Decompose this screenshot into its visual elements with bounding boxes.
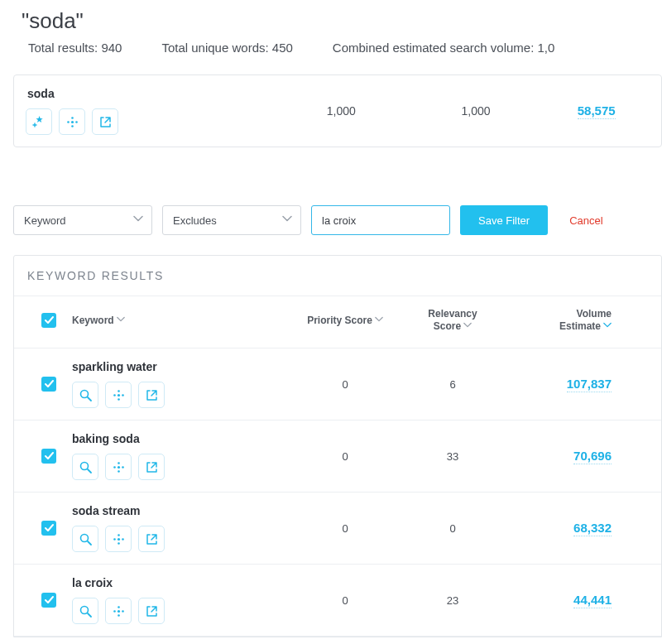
chevron-down-icon: [463, 320, 472, 333]
search-icon[interactable]: [72, 526, 98, 552]
row-priority: 0: [287, 594, 403, 607]
external-link-icon[interactable]: [92, 108, 118, 135]
filter-field-select[interactable]: Keyword: [13, 205, 152, 235]
row-volume[interactable]: 44,441: [573, 593, 612, 608]
row-priority: 0: [287, 522, 403, 535]
external-link-icon[interactable]: [138, 526, 165, 552]
row-checkbox[interactable]: [41, 593, 56, 608]
row-volume[interactable]: 68,332: [573, 521, 612, 536]
expand-dots-icon[interactable]: [105, 382, 132, 408]
row-relevancy: 33: [403, 450, 502, 463]
header-keyword[interactable]: Keyword: [72, 315, 125, 326]
seed-keyword: soda: [27, 87, 274, 100]
page-title: "soda": [22, 8, 662, 34]
filter-value-input[interactable]: [311, 205, 450, 235]
table-row: soda stream0068,332: [14, 493, 661, 565]
row-keyword: sparkling water: [72, 360, 287, 373]
chevron-down-icon: [375, 315, 383, 326]
select-all-checkbox[interactable]: [41, 313, 56, 328]
row-keyword: la croix: [72, 576, 287, 589]
row-volume[interactable]: 107,837: [567, 377, 612, 392]
seed-volume[interactable]: 58,575: [578, 103, 616, 119]
search-icon[interactable]: [72, 454, 98, 480]
external-link-icon[interactable]: [138, 454, 165, 480]
summary-row: Total results: 940 Total unique words: 4…: [28, 41, 662, 55]
row-priority: 0: [287, 450, 403, 463]
row-keyword: baking soda: [72, 432, 287, 445]
row-checkbox[interactable]: [41, 449, 56, 464]
chevron-down-icon: [117, 315, 125, 326]
row-volume[interactable]: 70,696: [573, 449, 612, 464]
seed-col-2: 1,000: [443, 104, 509, 118]
row-keyword: soda stream: [72, 504, 287, 517]
expand-dots-icon[interactable]: [105, 454, 132, 480]
combined-volume: Combined estimated search volume: 1,0: [333, 41, 554, 55]
total-results: Total results: 940: [28, 41, 122, 55]
search-icon[interactable]: [72, 598, 98, 624]
save-filter-button[interactable]: Save Filter: [460, 205, 548, 235]
header-relevancy-score[interactable]: Relevancy Score: [428, 308, 477, 333]
chevron-down-icon: [282, 214, 292, 227]
row-relevancy: 23: [403, 594, 502, 607]
results-panel: KEYWORD RESULTS Keyword Priority Score: [13, 255, 662, 637]
filter-operator-select[interactable]: Excludes: [162, 205, 301, 235]
header-priority-score[interactable]: Priority Score: [307, 315, 383, 326]
seed-keyword-card: soda 1,000 1,000 58,575: [13, 74, 662, 147]
table-row: la croix02344,441: [14, 565, 661, 637]
table-row: baking soda03370,696: [14, 421, 661, 493]
row-checkbox[interactable]: [41, 377, 56, 392]
expand-dots-icon[interactable]: [59, 108, 85, 135]
external-link-icon[interactable]: [138, 598, 165, 624]
results-section-title: KEYWORD RESULTS: [14, 256, 661, 296]
total-unique-words: Total unique words: 450: [161, 41, 292, 55]
header-volume-estimate[interactable]: Volume Estimate: [559, 308, 612, 333]
external-link-icon[interactable]: [138, 382, 165, 408]
row-relevancy: 6: [403, 378, 502, 391]
cancel-link[interactable]: Cancel: [569, 214, 602, 227]
row-relevancy: 0: [403, 522, 502, 535]
expand-dots-icon[interactable]: [105, 526, 132, 552]
table-header: Keyword Priority Score Relevancy Score: [14, 296, 661, 348]
filter-bar: Keyword Excludes Save Filter Cancel: [13, 205, 662, 235]
chevron-down-icon: [603, 320, 612, 333]
table-row: sparkling water06107,837: [14, 348, 661, 421]
seed-col-1: 1,000: [308, 104, 374, 118]
sparkle-icon[interactable]: [26, 108, 52, 135]
chevron-down-icon: [133, 214, 143, 227]
row-checkbox[interactable]: [41, 521, 56, 536]
expand-dots-icon[interactable]: [105, 598, 132, 624]
row-priority: 0: [287, 378, 403, 391]
search-icon[interactable]: [72, 382, 98, 408]
